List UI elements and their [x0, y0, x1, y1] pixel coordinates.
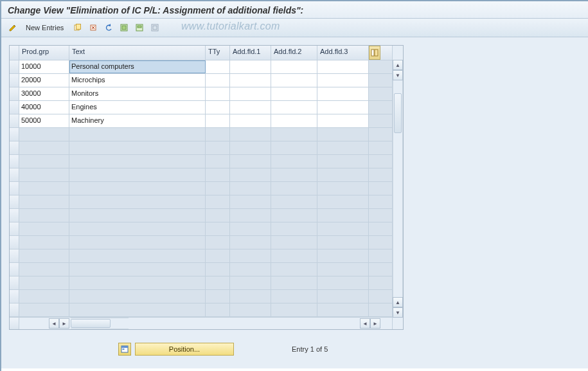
cell-prod_grp[interactable]: 30000 [19, 87, 69, 100]
cell-tty[interactable] [206, 74, 230, 87]
cell-tty[interactable] [206, 114, 230, 127]
cell-add1[interactable] [230, 276, 271, 289]
row-selector[interactable] [10, 101, 19, 114]
toggle-display-change-icon[interactable] [6, 21, 19, 34]
cell-add1[interactable] [230, 74, 271, 87]
cell-add1[interactable] [230, 87, 271, 100]
col-header-text[interactable]: Text [69, 46, 206, 60]
row-selector[interactable] [10, 114, 19, 127]
row-selector[interactable] [10, 141, 19, 154]
cell-add2[interactable] [271, 87, 317, 100]
cell-prod_grp[interactable] [19, 222, 69, 235]
row-selector[interactable] [10, 195, 19, 208]
cell-add2[interactable] [271, 114, 317, 127]
cell-add2[interactable] [271, 155, 317, 168]
cell-prod_grp[interactable]: 50000 [19, 114, 69, 127]
row-selector[interactable] [10, 290, 19, 303]
cell-add2[interactable] [271, 263, 317, 276]
cell-add3[interactable] [317, 114, 369, 127]
cell-add1[interactable] [230, 114, 271, 127]
cell-add1[interactable] [230, 182, 271, 195]
cell-add1[interactable] [230, 168, 271, 181]
cell-add3[interactable] [317, 276, 369, 289]
cell-add2[interactable] [271, 195, 317, 208]
cell-add2[interactable] [271, 249, 317, 262]
cell-prod_grp[interactable] [19, 249, 69, 262]
cell-add2[interactable] [271, 182, 317, 195]
row-selector[interactable] [10, 155, 19, 168]
cell-add2[interactable] [271, 303, 317, 316]
row-selector[interactable] [10, 249, 19, 262]
cell-text[interactable] [69, 249, 206, 262]
cell-prod_grp[interactable] [19, 155, 69, 168]
cell-text[interactable] [69, 303, 206, 316]
cell-add3[interactable] [317, 249, 369, 262]
col-header-add2[interactable]: Add.fld.2 [271, 46, 317, 60]
col-header-prod-grp[interactable]: Prod.grp [19, 46, 69, 60]
vscroll-down-button[interactable]: ▼ [393, 307, 403, 318]
cell-tty[interactable] [206, 128, 230, 141]
cell-add2[interactable] [271, 236, 317, 249]
cell-add2[interactable] [271, 74, 317, 87]
cell-add3[interactable] [317, 141, 369, 154]
hscroll-col-right-button[interactable]: ► [59, 318, 69, 329]
cell-text[interactable] [69, 155, 206, 168]
cell-prod_grp[interactable]: 10000 [19, 60, 69, 73]
cell-add1[interactable] [230, 101, 271, 114]
hscroll-track-left[interactable] [71, 318, 129, 329]
cell-add1[interactable] [230, 290, 271, 303]
vscroll-up-button[interactable]: ▲ [393, 60, 403, 70]
cell-text[interactable] [69, 222, 206, 235]
cell-add3[interactable] [317, 209, 369, 222]
cell-text[interactable]: Personal computers [69, 60, 206, 73]
cell-add3[interactable] [317, 303, 369, 316]
position-button[interactable]: Position... [135, 343, 234, 356]
cell-text[interactable] [69, 195, 206, 208]
cell-add3[interactable] [317, 168, 369, 181]
cell-text[interactable]: Microchips [69, 74, 206, 87]
cell-text[interactable]: Engines [69, 101, 206, 114]
copy-as-icon[interactable] [71, 21, 84, 34]
cell-prod_grp[interactable] [19, 182, 69, 195]
cell-text[interactable] [69, 182, 206, 195]
cell-tty[interactable] [206, 87, 230, 100]
row-selector[interactable] [10, 128, 19, 141]
delete-icon[interactable] [87, 21, 100, 34]
col-header-add3[interactable]: Add.fld.3 [317, 46, 369, 60]
cell-add3[interactable] [317, 290, 369, 303]
cell-add1[interactable] [230, 128, 271, 141]
cell-add2[interactable] [271, 141, 317, 154]
cell-tty[interactable] [206, 236, 230, 249]
deselect-all-icon[interactable] [148, 21, 161, 34]
cell-add3[interactable] [317, 182, 369, 195]
row-selector[interactable] [10, 168, 19, 181]
cell-add2[interactable] [271, 128, 317, 141]
cell-tty[interactable] [206, 276, 230, 289]
select-all-rows-header[interactable] [10, 46, 19, 60]
cell-add1[interactable] [230, 236, 271, 249]
cell-tty[interactable] [206, 209, 230, 222]
cell-tty[interactable] [206, 60, 230, 73]
cell-prod_grp[interactable] [19, 141, 69, 154]
select-block-icon[interactable] [133, 21, 146, 34]
row-selector[interactable] [10, 182, 19, 195]
cell-tty[interactable] [206, 168, 230, 181]
cell-text[interactable] [69, 290, 206, 303]
position-icon[interactable] [118, 343, 131, 356]
cell-prod_grp[interactable]: 40000 [19, 101, 69, 114]
cell-text[interactable] [69, 263, 206, 276]
select-all-icon[interactable] [118, 21, 130, 34]
cell-add3[interactable] [317, 60, 369, 73]
row-selector[interactable] [10, 209, 19, 222]
col-header-add1[interactable]: Add.fld.1 [230, 46, 271, 60]
cell-text[interactable] [69, 276, 206, 289]
cell-prod_grp[interactable] [19, 290, 69, 303]
cell-prod_grp[interactable] [19, 128, 69, 141]
cell-tty[interactable] [206, 141, 230, 154]
cell-add3[interactable] [317, 87, 369, 100]
cell-add3[interactable] [317, 195, 369, 208]
cell-add3[interactable] [317, 222, 369, 235]
row-selector[interactable] [10, 87, 19, 100]
cell-tty[interactable] [206, 182, 230, 195]
vscroll-line-down-button[interactable]: ▼ [393, 70, 403, 80]
